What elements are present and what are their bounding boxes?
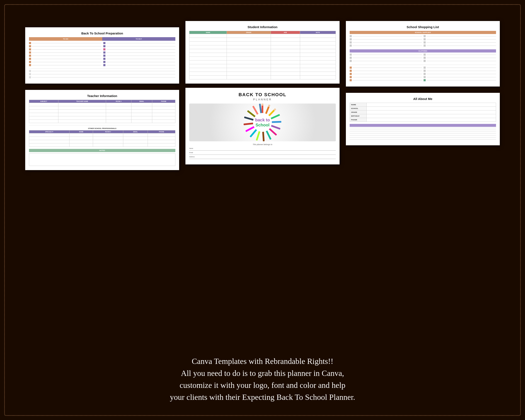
pages-area: Back To School Preparation TO DO TO BUY [13, 13, 512, 349]
about-title: All About Me [350, 97, 496, 101]
purple-bar [350, 124, 496, 127]
table-row [189, 45, 336, 49]
cover-card: BACK TO SCHOOL PLANNER [185, 88, 339, 164]
table-row [29, 113, 175, 116]
notes-bar: NOTES [29, 149, 175, 152]
student-title: Student Information [189, 25, 336, 29]
table-row [189, 53, 336, 57]
th-name: NAME [69, 131, 93, 133]
table-row [29, 110, 175, 113]
table-row: PHONR [350, 118, 496, 122]
th-subject: SUBJECT [29, 100, 58, 103]
table-row [189, 34, 336, 38]
col-left: Back To School Preparation TO DO TO BUY [25, 21, 179, 170]
table-row [189, 60, 336, 64]
table-row [29, 140, 175, 143]
table-row [189, 72, 336, 75]
todo-header: TO DO [29, 37, 102, 41]
th-st-age: AGE [271, 31, 300, 34]
th-room: ROOM # [106, 100, 131, 103]
bottom-text-area: Canva Templates with Rebrandable Rights!… [0, 351, 525, 407]
th-email2: EMAIL [123, 131, 148, 133]
supplies-bar: SCHOOL SUPPLIES [350, 31, 496, 34]
pencil-center-text: back to School [255, 117, 270, 128]
table-row [29, 137, 175, 140]
col-right: School Shopping List SCHOOL SUPPLIES CLO… [346, 21, 500, 145]
student-card: Student Information NAME GRADE AGE NOTE [185, 21, 339, 84]
shopping-title: School Shopping List [350, 25, 496, 29]
table-row: BIRTHDAY [350, 114, 496, 118]
other-label: OTHER SCHOOL PROFESSIONALS [29, 128, 175, 129]
table-row [189, 64, 336, 68]
table-row [29, 133, 175, 137]
table-row [29, 143, 175, 147]
th-st-name: NAME [189, 31, 227, 34]
table-row [189, 75, 336, 79]
table-row: SCHOOL [350, 107, 496, 111]
table-row: GRADE [350, 111, 496, 114]
bottom-line3: customize it with your logo, font and co… [179, 381, 345, 390]
th-phone2: PHONE [148, 131, 175, 133]
table-row [189, 42, 336, 45]
cover-sub-title: PLANNER [189, 98, 336, 101]
cover-main-title: BACK TO SCHOOL [189, 92, 336, 97]
bottom-line1: Canva Templates with Rebrandable Rights!… [192, 357, 333, 366]
table-row [189, 38, 336, 42]
pencil-image: back to School [189, 103, 336, 141]
table-row [189, 57, 336, 60]
table-row [29, 120, 175, 123]
th-teacher-name: TEACHER NAME [58, 100, 106, 103]
table-row [189, 49, 336, 53]
table-row [29, 103, 175, 106]
about-card: All About Me NAME SCHOOL GRADE BIRTHDAY [346, 93, 500, 145]
th-email: EMAIL [131, 100, 152, 103]
table-row: NAME [350, 103, 496, 107]
th-room2: ROOM # [93, 131, 123, 133]
prep-title: Back To School Preparation [29, 31, 175, 35]
prep-card: Back To School Preparation TO DO TO BUY [25, 27, 179, 84]
th-st-note: NOTE [300, 31, 336, 34]
teacher-card: Teacher Information SUBJECT TEACHER NAME… [25, 90, 179, 170]
table-row [189, 68, 336, 72]
shopping-card: School Shopping List SCHOOL SUPPLIES CLO… [346, 21, 500, 86]
bottom-line4: your clients with their Expecting Back T… [170, 393, 355, 401]
tobuy-header: TO BUY [102, 37, 176, 41]
col-middle: Student Information NAME GRADE AGE NOTE [185, 21, 339, 164]
belongs-text: This planner belongs to [189, 143, 336, 146]
clothing-bar: CLOTHING [350, 49, 496, 53]
bottom-line2: All you need to do is to grab this plann… [181, 369, 344, 378]
th-st-grade: GRADE [227, 31, 271, 34]
svg-rect-1 [262, 103, 263, 106]
table-row [29, 116, 175, 120]
th-specialty: SPECIALTY [29, 131, 69, 133]
teacher-title: Teacher Information [29, 94, 175, 98]
th-phone: PHONE [152, 100, 175, 103]
table-row [29, 106, 175, 110]
